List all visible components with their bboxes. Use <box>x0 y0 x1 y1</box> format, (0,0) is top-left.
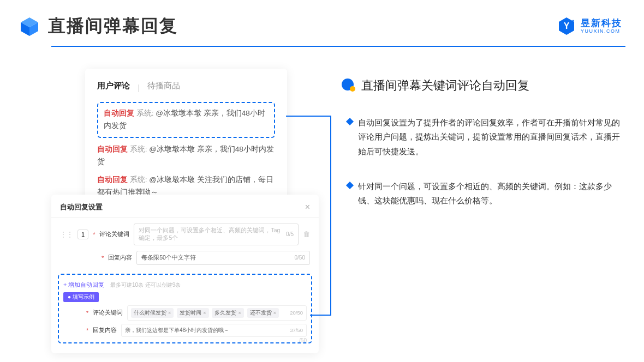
faded-count: /50 <box>299 337 307 343</box>
close-icon[interactable]: × <box>305 202 310 212</box>
brand-mark-icon: Y <box>557 16 576 36</box>
content-count: 0/50 <box>295 255 305 261</box>
example-keyword-label: 评论关键词 <box>93 309 123 317</box>
example-keyword-input[interactable]: 什么时候发货× 发货时间× 多久发货× 还不发货× 20/50 <box>127 305 307 321</box>
description-column: 直播间弹幕关键词评论自动回复 自动回复设置为了提升作者的评论回复效率，作者可在开… <box>341 69 622 353</box>
bullet-item: 自动回复设置为了提升作者的评论回复效率，作者可在开播前针对常见的评论用户问题，提… <box>347 116 622 159</box>
page-header: 直播间弹幕回复 Y 昱新科技 YUUXIN.COM <box>0 0 644 38</box>
page-title: 直播间弹幕回复 <box>48 14 178 38</box>
cube-icon <box>19 15 40 37</box>
tab-separator: | <box>138 83 140 92</box>
add-auto-reply-link[interactable]: + 增加自动回复 <box>63 281 104 288</box>
auto-reply-tag: 自动回复 <box>104 109 134 117</box>
drag-handle-icon[interactable]: ⋮⋮ <box>60 231 73 238</box>
delete-icon[interactable]: 🗑 <box>303 230 310 238</box>
settings-title: 自动回复设置 <box>60 202 103 212</box>
keyword-input[interactable]: 对同一个问题，可设置多个相近、高频的关键词，Tag确定，最多5个 0/5 <box>134 224 299 245</box>
system-label: 系统: <box>130 176 147 184</box>
example-content-label: 回复内容 <box>93 327 117 334</box>
auto-reply-tag: 自动回复 <box>97 176 128 184</box>
example-content-value: 亲，我们这边都是下单48小时内发货的哦～ <box>125 327 229 334</box>
system-label: 系统: <box>136 109 154 117</box>
brand-logo: Y 昱新科技 YUUXIN.COM <box>557 16 622 36</box>
example-badge: ● 填写示例 <box>63 292 99 302</box>
brand-name-en: YUUXIN.COM <box>581 29 622 34</box>
svg-point-4 <box>573 20 574 22</box>
comments-panel: 用户评论 | 待播商品 自动回复 系统: @冰墩墩本墩 亲亲，我们48小时内发货… <box>85 69 287 209</box>
keyword-chip[interactable]: 发货时间× <box>177 308 208 318</box>
example-content-input[interactable]: 亲，我们这边都是下单48小时内发货的哦～ 37/50 <box>121 324 307 337</box>
auto-reply-settings-panel: 自动回复设置 × ⋮⋮ 1 * 评论关键词 对同一个问题，可设置多个相近、高频的… <box>51 195 319 353</box>
tab-user-comments[interactable]: 用户评论 <box>97 81 130 94</box>
required-marker: * <box>102 255 104 261</box>
chip-remove-icon[interactable]: × <box>273 310 276 316</box>
keyword-chip[interactable]: 多久发货× <box>212 308 243 318</box>
keyword-label: 评论关键词 <box>99 230 129 238</box>
section-heading: 直播间弹幕关键词评论自动回复 <box>341 77 622 94</box>
required-marker: * <box>86 310 88 316</box>
section-title: 直播间弹幕关键词评论自动回复 <box>361 77 529 94</box>
chip-remove-icon[interactable]: × <box>203 310 206 316</box>
keyword-chip[interactable]: 什么时候发货× <box>131 308 174 318</box>
comment-line: 自动回复 系统: @冰墩墩本墩 亲亲，我们48小时内发货 <box>97 143 275 168</box>
tab-pending-products[interactable]: 待播商品 <box>147 81 180 94</box>
index-box: 1 <box>77 230 88 239</box>
chip-remove-icon[interactable]: × <box>168 310 171 316</box>
content-input[interactable]: 每条限50个中文字符 0/50 <box>136 251 310 265</box>
required-marker: * <box>93 231 95 238</box>
diamond-bullet-icon <box>346 118 354 125</box>
highlighted-comment: 自动回复 系统: @冰墩墩本墩 亲亲，我们48小时内发货 <box>97 102 275 138</box>
chips-container: 什么时候发货× 发货时间× 多久发货× 还不发货× <box>131 308 281 318</box>
content-label: 回复内容 <box>108 254 132 262</box>
keyword-row: ⋮⋮ 1 * 评论关键词 对同一个问题，可设置多个相近、高频的关键词，Tag确定… <box>51 218 319 245</box>
add-hint: 最多可建10条 还可以创建9条 <box>110 282 181 288</box>
example-keyword-count: 20/50 <box>290 310 303 316</box>
svg-text:Y: Y <box>564 21 570 31</box>
bullet-text: 针对同一个问题，可设置多个相近的、高频的关键词。例如：这款多少钱、这块能优惠吗、… <box>358 179 622 208</box>
example-section: + 增加自动回复 最多可建10条 还可以创建9条 ● 填写示例 * 评论关键词 … <box>58 274 312 343</box>
chip-remove-icon[interactable]: × <box>238 310 241 316</box>
bullet-text: 自动回复设置为了提升作者的评论回复效率，作者可在开播前针对常见的评论用户问题，提… <box>358 116 622 159</box>
content-placeholder: 每条限50个中文字符 <box>141 254 196 262</box>
brand-name-cn: 昱新科技 <box>581 19 622 28</box>
bullet-list: 自动回复设置为了提升作者的评论回复效率，作者可在开播前针对常见的评论用户问题，提… <box>341 116 622 208</box>
screenshots-column: 用户评论 | 待播商品 自动回复 系统: @冰墩墩本墩 亲亲，我们48小时内发货… <box>51 69 319 353</box>
title-group: 直播间弹幕回复 <box>19 14 178 38</box>
tabs: 用户评论 | 待播商品 <box>97 81 275 94</box>
chat-bubble-icon <box>341 78 356 93</box>
diamond-bullet-icon <box>346 182 354 189</box>
keyword-chip[interactable]: 还不发货× <box>247 308 279 318</box>
example-content-count: 37/50 <box>290 327 303 333</box>
keyword-placeholder: 对同一个问题，可设置多个相近、高频的关键词，Tag确定，最多5个 <box>139 227 286 242</box>
svg-point-6 <box>350 86 355 92</box>
required-marker: * <box>86 327 88 334</box>
keyword-count: 0/5 <box>286 231 294 237</box>
auto-reply-tag: 自动回复 <box>97 145 128 153</box>
system-label: 系统: <box>130 145 147 153</box>
content-row: * 回复内容 每条限50个中文字符 0/50 <box>51 245 319 265</box>
bullet-item: 针对同一个问题，可设置多个相近的、高频的关键词。例如：这款多少钱、这块能优惠吗、… <box>347 179 622 208</box>
